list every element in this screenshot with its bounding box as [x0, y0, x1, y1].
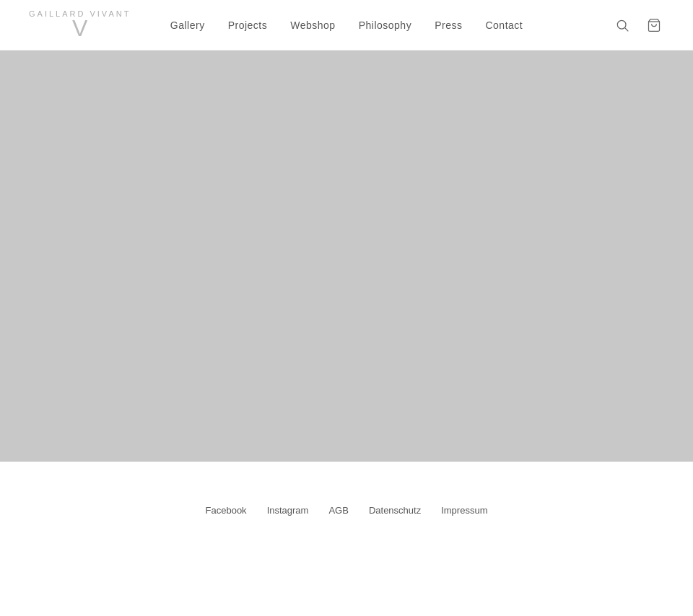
nav-item-gallery[interactable]: Gallery: [170, 19, 205, 31]
main-nav: GalleryProjectsWebshopPhilosophyPressCon…: [170, 19, 523, 31]
svg-line-1: [625, 27, 629, 31]
header-actions: [612, 15, 664, 35]
nav-item-contact[interactable]: Contact: [485, 19, 523, 31]
hero-image: [0, 50, 693, 462]
footer-link-agb[interactable]: AGB: [328, 505, 348, 516]
cart-button[interactable]: [644, 15, 664, 35]
footer-link-facebook[interactable]: Facebook: [206, 505, 247, 516]
footer-link-instagram[interactable]: Instagram: [267, 505, 309, 516]
cart-icon: [647, 18, 661, 32]
search-button[interactable]: [612, 15, 632, 35]
nav-item-philosophy[interactable]: Philosophy: [359, 19, 412, 31]
nav-item-projects[interactable]: Projects: [228, 19, 268, 31]
search-icon: [615, 18, 629, 32]
logo-v-symbol: V: [72, 17, 87, 40]
svg-point-0: [617, 20, 626, 29]
footer-nav: FacebookInstagramAGBDatenschutzImpressum: [206, 505, 488, 516]
site-footer: FacebookInstagramAGBDatenschutzImpressum: [0, 462, 693, 545]
site-header: GAILLARD VIVANT V GalleryProjectsWebshop…: [0, 0, 693, 50]
logo[interactable]: GAILLARD VIVANT V: [29, 10, 131, 40]
nav-item-webshop[interactable]: Webshop: [290, 19, 335, 31]
nav-item-press[interactable]: Press: [435, 19, 462, 31]
footer-link-datenschutz[interactable]: Datenschutz: [369, 505, 421, 516]
footer-link-impressum[interactable]: Impressum: [441, 505, 487, 516]
